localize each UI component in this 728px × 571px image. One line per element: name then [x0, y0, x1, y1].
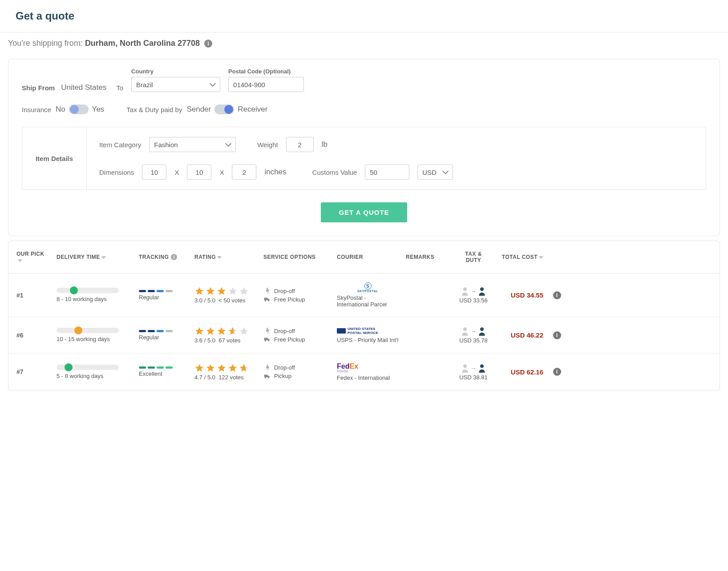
ship-from-info-icon[interactable]: i — [204, 40, 212, 48]
postal-input[interactable] — [228, 77, 304, 92]
pick-rank: #1 — [13, 292, 53, 299]
receiver-person-icon — [478, 286, 485, 296]
results-header: OUR PICK DELIVERY TIME TRACKINGi RATING … — [8, 241, 720, 273]
tracking-segment — [148, 330, 155, 332]
rating-cell: 3.0 / 5.0 < 50 votes — [191, 286, 260, 304]
courier-cell: SSKYPOSTAL SkyPostal - International Par… — [333, 282, 402, 308]
star-icon — [206, 286, 215, 296]
delivery-time-bar — [57, 288, 119, 293]
table-row[interactable]: #1 8 - 10 working days Regular 3.0 / 5.0… — [8, 273, 720, 317]
star-icon — [217, 286, 226, 296]
postal-label: Postal Code (Optional) — [228, 68, 304, 75]
tracking-text: Excellent — [139, 370, 187, 377]
tracking-segment — [157, 290, 164, 292]
total-cost: USD 46.22 — [493, 331, 547, 339]
tracking-segment — [139, 330, 146, 332]
dim-height-input[interactable] — [232, 165, 256, 180]
tracking-cell: Regular — [135, 330, 191, 341]
ship-from-location: Durham, North Carolina 27708 — [85, 39, 200, 48]
delivery-time-dot — [70, 286, 78, 294]
row-info-icon[interactable]: i — [553, 368, 561, 376]
tracking-cell: Excellent — [135, 366, 191, 377]
dim-length-input[interactable] — [142, 165, 166, 180]
taxduty-sender: Sender — [186, 105, 211, 114]
dim-x2: X — [219, 169, 224, 176]
ship-from-label: Ship From — [22, 84, 55, 92]
tracking-text: Regular — [139, 294, 187, 301]
taxduty-toggle[interactable] — [214, 105, 234, 114]
get-quote-button[interactable]: GET A QUOTE — [321, 202, 407, 222]
rating-cell: 3.6 / 5.0 67 votes — [191, 326, 260, 344]
sender-person-icon — [461, 326, 469, 336]
row-info-icon[interactable]: i — [553, 291, 561, 299]
delivery-time-cell: 10 - 15 working days — [53, 328, 135, 342]
total-cost: USD 34.55 — [493, 291, 547, 299]
dim-width-input[interactable] — [187, 165, 211, 180]
tax-cell: → USD 33.56 — [453, 286, 493, 304]
star-icon — [217, 326, 226, 336]
item-category-select[interactable]: Fashion — [149, 137, 236, 152]
tracking-segment — [148, 290, 155, 292]
sort-caret-icon — [101, 256, 106, 259]
courier-logo-usps: UNITED STATESPOSTAL SERVICE — [337, 327, 399, 335]
star-icon — [228, 286, 238, 296]
star-icon — [217, 363, 226, 373]
rating-score: 4.7 / 5.0 — [194, 374, 215, 381]
walk-icon — [263, 327, 271, 334]
insurance-yes: Yes — [92, 105, 105, 114]
currency-select[interactable]: USD — [417, 165, 453, 180]
tax-amount: USD 33.56 — [457, 297, 490, 304]
ship-from-prefix: You're shipping from: — [8, 39, 85, 48]
tax-cell: → USD 35.78 — [453, 326, 493, 344]
delivery-time-cell: 8 - 10 working days — [53, 288, 135, 302]
delivery-time-bar — [57, 365, 119, 370]
ship-from-bar: You're shipping from: Durham, North Caro… — [0, 32, 728, 54]
insurance-label: Insurance — [22, 106, 51, 113]
dim-x1: X — [174, 169, 179, 176]
star-icon — [228, 363, 238, 373]
pick-rank: #6 — [13, 332, 53, 339]
delivery-time-dot — [74, 326, 82, 334]
col-pick[interactable]: OUR PICK — [13, 251, 53, 263]
sort-caret-icon — [217, 256, 222, 259]
service-pickup: Free Pickup — [274, 296, 305, 303]
delivery-time-text: 8 - 10 working days — [57, 296, 132, 302]
rating-cell: 4.7 / 5.0 122 votes — [191, 363, 260, 381]
tracking-segment — [166, 366, 173, 369]
col-courier: COURIER — [333, 254, 402, 260]
star-icon — [194, 363, 204, 373]
table-row[interactable]: #6 10 - 15 working days Regular 3.6 / 5.… — [8, 317, 720, 354]
to-label: To — [116, 84, 123, 92]
delivery-time-dot — [65, 363, 73, 371]
tracking-segment — [139, 290, 146, 292]
col-total[interactable]: TOTAL COST — [493, 254, 547, 260]
dim-unit: inches — [264, 168, 286, 177]
insurance-toggle[interactable] — [69, 105, 89, 114]
col-tax: TAX & DUTY — [453, 251, 493, 263]
courier-logo-fedex: FedExExpress — [337, 362, 399, 373]
col-rating[interactable]: RATING — [191, 254, 260, 260]
service-cell: Drop-off Free Pickup — [260, 286, 333, 304]
rating-score: 3.6 / 5.0 — [194, 337, 215, 344]
rating-votes: 122 votes — [218, 374, 243, 381]
star-icon — [206, 326, 215, 336]
weight-input[interactable] — [286, 137, 314, 152]
truck-icon — [263, 296, 271, 303]
service-dropoff: Drop-off — [274, 288, 295, 294]
tax-amount: USD 38.81 — [457, 374, 490, 381]
star-icon — [239, 363, 249, 373]
star-icon — [194, 286, 204, 296]
taxduty-label: Tax & Duty paid by — [126, 106, 182, 113]
tracking-info-icon[interactable]: i — [171, 254, 177, 260]
col-time[interactable]: DELIVERY TIME — [53, 254, 135, 260]
customs-value-input[interactable] — [365, 165, 409, 180]
table-row[interactable]: #7 5 - 8 working days Excellent 4.7 / 5.… — [8, 354, 720, 390]
delivery-time-text: 10 - 15 working days — [57, 336, 132, 342]
rating-votes: < 50 votes — [218, 297, 245, 304]
walk-icon — [263, 364, 271, 371]
service-dropoff: Drop-off — [274, 328, 295, 334]
country-select[interactable]: Brazil — [131, 77, 220, 92]
tracking-segment — [148, 366, 155, 369]
row-info-icon[interactable]: i — [553, 331, 561, 339]
tax-amount: USD 35.78 — [457, 337, 490, 344]
